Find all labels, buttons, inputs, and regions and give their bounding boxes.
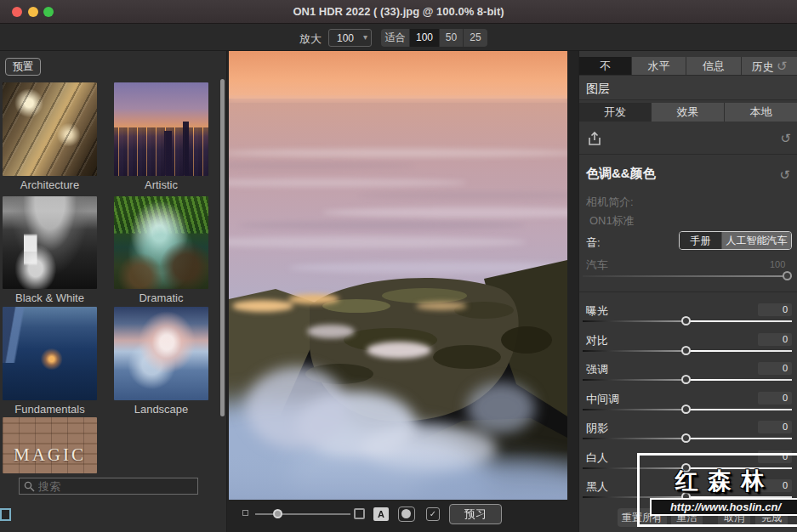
corner-frame-icon[interactable] [0, 508, 11, 521]
sidebar-scrollbar[interactable] [220, 79, 225, 416]
magic-image-text: MAGIC [3, 444, 97, 466]
preset-thumb-architecture[interactable] [3, 82, 97, 176]
zoom-value: 100 [337, 32, 354, 44]
preset-thumb-magic[interactable]: MAGIC [3, 417, 97, 473]
zoom-presets-group: 适合 100 50 25 [381, 29, 487, 47]
manual-button[interactable]: 手册 [680, 232, 721, 249]
zoom-value-dropdown[interactable]: 100 ▾ [328, 29, 372, 47]
preset-thumb-black-white[interactable] [3, 196, 97, 289]
text-overlay-button[interactable]: A [373, 507, 389, 521]
panel-mode-tabs: 开发 效果 本地 [579, 103, 797, 122]
thumbnail-size-small-icon[interactable] [242, 510, 248, 516]
ai-auto-button[interactable]: 人工智能汽车 [721, 232, 791, 249]
panel-reset-icon[interactable]: ↺ [780, 131, 791, 146]
preset-thumb-landscape[interactable] [114, 307, 208, 400]
watermark-url: http://www.hoslin.cn/ [652, 500, 797, 514]
photo-canvas: A ✓ 预习 [227, 51, 578, 532]
seascape-photo [229, 51, 567, 500]
slider-row-highlights: 强调 0 [579, 360, 797, 389]
thumbnail-size-slider-handle[interactable] [273, 509, 282, 518]
preset-search-box [19, 478, 198, 495]
tone-mode-label: 音: [586, 235, 601, 251]
preset-label: Dramatic [114, 291, 208, 304]
watermark-url-box: http://www.hoslin.cn/ [650, 498, 797, 516]
presets-panel-button[interactable]: 预置 [5, 58, 41, 76]
zoom-label: 放大 [299, 31, 322, 47]
camera-profile-label: 相机简介: [586, 195, 634, 210]
slider-row-shadows: 阴影 0 [579, 419, 797, 448]
preset-thumb-fundamentals[interactable] [3, 307, 97, 400]
tab-info[interactable]: 信息 [686, 57, 742, 75]
tab-levels[interactable]: 水平 [632, 57, 686, 75]
tab-develop[interactable]: 开发 [579, 103, 652, 122]
slider-handle[interactable] [681, 405, 691, 414]
search-input[interactable] [38, 479, 191, 493]
title-bar: ON1 HDR 2022 ( (33).jpg @ 100.0% 8-bit) [0, 0, 797, 24]
photo-viewport[interactable] [229, 51, 567, 500]
divider [579, 154, 797, 155]
zoom-100-button[interactable]: 100 [410, 29, 440, 47]
presets-sidebar: 预置 Architecture Artistic Black & White D… [0, 51, 227, 532]
divider [579, 291, 797, 292]
mask-view-button[interactable] [398, 507, 415, 522]
check-toggle-button[interactable]: ✓ [426, 507, 440, 521]
watermark-box: 红森林 http://www.hoslin.cn/ [637, 453, 797, 527]
preset-label: Architecture [3, 178, 97, 191]
watermark-title: 红森林 [657, 466, 793, 496]
slider-handle[interactable] [681, 346, 691, 355]
chevron-down-icon: ▾ [363, 32, 367, 42]
panel-top-tabs: 不 水平 信息 历史 ↺ [579, 57, 797, 75]
slider-row-midtones: 中间调 0 [579, 390, 797, 419]
slider-value-field[interactable]: 0 [758, 421, 792, 433]
slider-row-contrast: 对比 0 [579, 331, 797, 360]
layers-bar[interactable]: 图层 [579, 75, 797, 100]
slider-value-field[interactable]: 0 [758, 333, 792, 346]
layers-label: 图层 [586, 82, 610, 97]
tone-color-title: 色调&&颜色 [586, 166, 656, 182]
camera-profile-value: ON1标准 [589, 213, 635, 229]
auto-slider-track[interactable] [583, 275, 792, 277]
panel-icon-row: ↺ [579, 127, 797, 153]
preset-label: Fundamentals [3, 403, 97, 416]
slider-row-exposure: 曝光 0 [579, 302, 797, 331]
search-icon [24, 481, 35, 492]
slider-value-field[interactable]: 0 [758, 362, 792, 375]
auto-slider-handle[interactable] [783, 271, 792, 280]
slider-value-field[interactable]: 0 [758, 303, 792, 316]
tab-none[interactable]: 不 [579, 57, 632, 75]
slider-handle[interactable] [681, 375, 691, 384]
preset-label: Landscape [114, 403, 208, 416]
preset-thumb-dramatic[interactable] [114, 196, 208, 289]
zoom-toolbar: 放大 100 ▾ 适合 100 50 25 [0, 24, 797, 51]
auto-slider-value: 100 [770, 259, 785, 269]
window-title: ON1 HDR 2022 ( (33).jpg @ 100.0% 8-bit) [0, 5, 797, 18]
slider-handle[interactable] [681, 316, 691, 325]
preview-button[interactable]: 预习 [449, 504, 502, 524]
slider-value-field[interactable]: 0 [758, 392, 792, 405]
auto-slider-label: 汽车 [586, 258, 608, 273]
preset-thumb-artistic[interactable] [114, 82, 208, 176]
tone-mode-segmented: 手册 人工智能汽车 [679, 231, 792, 250]
zoom-fit-button[interactable]: 适合 [381, 29, 410, 47]
export-icon[interactable] [586, 131, 603, 147]
zoom-50-button[interactable]: 50 [440, 29, 464, 47]
circle-icon [401, 509, 411, 518]
preset-label: Artistic [114, 178, 208, 191]
thumbnail-size-slider[interactable] [255, 513, 350, 515]
slider-handle[interactable] [681, 433, 691, 443]
thumbnail-size-large-icon[interactable] [354, 508, 365, 519]
history-undo-icon: ↺ [777, 59, 788, 73]
tab-local[interactable]: 本地 [725, 103, 797, 122]
tab-effects[interactable]: 效果 [652, 103, 725, 122]
tab-history[interactable]: 历史 ↺ [742, 57, 797, 75]
zoom-25-button[interactable]: 25 [464, 29, 487, 47]
preset-label: Black & White [3, 291, 97, 304]
tone-color-reset-icon[interactable]: ↺ [779, 167, 790, 183]
